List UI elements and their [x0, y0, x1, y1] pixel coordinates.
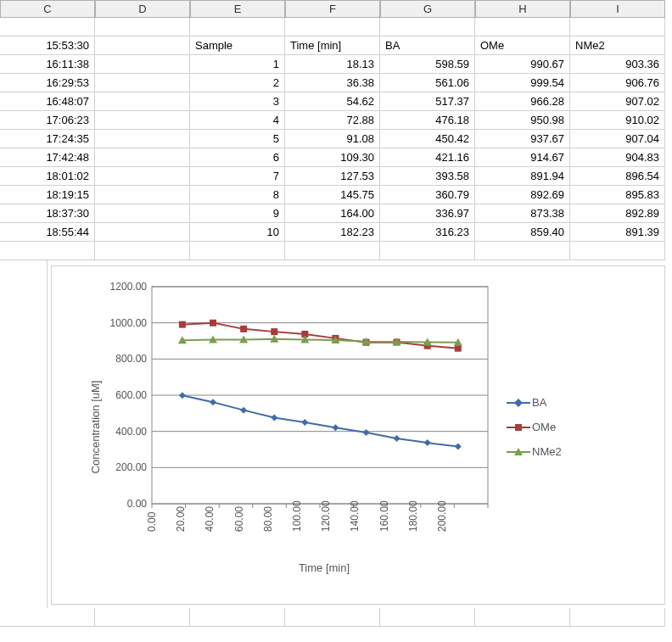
col-header-G[interactable]: G	[380, 0, 475, 18]
cell[interactable]: 16:11:38	[0, 55, 95, 74]
cell[interactable]: 316.23	[380, 223, 475, 242]
cell[interactable]	[95, 18, 190, 36]
cell[interactable]	[95, 36, 190, 55]
cell[interactable]: 360.79	[380, 186, 475, 204]
cell[interactable]: 18:37:30	[0, 204, 95, 223]
cell[interactable]	[0, 18, 95, 36]
cell[interactable]: 17:24:35	[0, 130, 95, 148]
cell[interactable]: 18:19:15	[0, 186, 95, 204]
cell[interactable]: 54.62	[285, 92, 380, 111]
cell[interactable]: 18:55:44	[0, 223, 95, 242]
cell[interactable]	[0, 242, 95, 260]
cell-header-ba[interactable]: BA	[380, 36, 475, 55]
cell[interactable]: 517.37	[380, 92, 475, 111]
chart[interactable]: Concentration [uM] 0.00200.00400.00600.0…	[51, 265, 665, 605]
cell[interactable]: 990.67	[475, 55, 570, 74]
cell[interactable]: 907.04	[570, 130, 665, 148]
cell[interactable]: 164.00	[285, 204, 380, 223]
cell[interactable]: 892.69	[475, 186, 570, 204]
col-header-D[interactable]: D	[95, 0, 190, 18]
cell[interactable]	[190, 242, 285, 260]
cell[interactable]	[95, 242, 190, 260]
cell[interactable]: 561.06	[380, 74, 475, 92]
cell[interactable]: 999.54	[475, 74, 570, 92]
cell[interactable]	[190, 18, 285, 36]
cell[interactable]: 4	[190, 111, 285, 130]
cell[interactable]: 3	[190, 92, 285, 111]
cell[interactable]: 145.75	[285, 186, 380, 204]
cell[interactable]: 892.89	[570, 204, 665, 223]
cell[interactable]	[95, 74, 190, 92]
cell[interactable]	[285, 18, 380, 36]
cell[interactable]: 91.08	[285, 130, 380, 148]
cell[interactable]	[475, 18, 570, 36]
cell-timestamp[interactable]: 15:53:30	[0, 36, 95, 55]
cell[interactable]	[285, 608, 380, 627]
cell[interactable]: 906.76	[570, 74, 665, 92]
col-header-E[interactable]: E	[190, 0, 285, 18]
cell[interactable]	[380, 242, 475, 260]
cell[interactable]	[95, 167, 190, 186]
cell[interactable]: 72.88	[285, 111, 380, 130]
cell[interactable]	[95, 55, 190, 74]
cell[interactable]	[285, 242, 380, 260]
cell[interactable]: 182.23	[285, 223, 380, 242]
cell[interactable]: 896.54	[570, 167, 665, 186]
cell[interactable]: 937.67	[475, 130, 570, 148]
cell[interactable]	[95, 608, 190, 627]
cell[interactable]: 18.13	[285, 55, 380, 74]
cell[interactable]: 393.58	[380, 167, 475, 186]
cell[interactable]: 907.02	[570, 92, 665, 111]
cell[interactable]: 966.28	[475, 92, 570, 111]
cell[interactable]: 914.67	[475, 148, 570, 167]
cell[interactable]: 7	[190, 167, 285, 186]
cell[interactable]: 18:01:02	[0, 167, 95, 186]
spreadsheet-grid[interactable]: C D E F G H I 15:53:30 Sample Time [min]…	[0, 0, 672, 242]
cell[interactable]: 16:29:53	[0, 74, 95, 92]
cell[interactable]: 9	[190, 204, 285, 223]
cell-header-ome[interactable]: OMe	[475, 36, 570, 55]
cell[interactable]	[95, 111, 190, 130]
cell[interactable]: 950.98	[475, 111, 570, 130]
cell[interactable]: 859.40	[475, 223, 570, 242]
cell[interactable]: 336.97	[380, 204, 475, 223]
cell[interactable]	[95, 186, 190, 204]
col-header-F[interactable]: F	[285, 0, 380, 18]
cell[interactable]: 873.38	[475, 204, 570, 223]
cell[interactable]	[570, 608, 665, 627]
cell[interactable]: 10	[190, 223, 285, 242]
col-header-H[interactable]: H	[475, 0, 570, 18]
cell[interactable]	[95, 148, 190, 167]
cell[interactable]: 891.39	[570, 223, 665, 242]
cell[interactable]: 1	[190, 55, 285, 74]
cell-header-time[interactable]: Time [min]	[285, 36, 380, 55]
cell[interactable]	[190, 608, 285, 627]
cell[interactable]	[0, 260, 48, 608]
cell[interactable]: 476.18	[380, 111, 475, 130]
cell[interactable]	[95, 130, 190, 148]
cell[interactable]	[475, 242, 570, 260]
cell[interactable]: 127.53	[285, 167, 380, 186]
cell[interactable]	[475, 608, 570, 627]
cell[interactable]: 910.02	[570, 111, 665, 130]
cell[interactable]: 421.16	[380, 148, 475, 167]
cell[interactable]	[95, 204, 190, 223]
cell[interactable]	[380, 608, 475, 627]
cell[interactable]: 903.36	[570, 55, 665, 74]
col-header-C[interactable]: C	[0, 0, 95, 18]
col-header-I[interactable]: I	[570, 0, 665, 18]
cell[interactable]: 2	[190, 74, 285, 92]
cell[interactable]: 6	[190, 148, 285, 167]
cell[interactable]: 16:48:07	[0, 92, 95, 111]
cell[interactable]	[95, 223, 190, 242]
cell[interactable]: 904.83	[570, 148, 665, 167]
cell[interactable]	[0, 608, 95, 627]
cell[interactable]: 5	[190, 130, 285, 148]
cell[interactable]: 891.94	[475, 167, 570, 186]
cell[interactable]: 450.42	[380, 130, 475, 148]
cell[interactable]	[570, 18, 665, 36]
cell-header-sample[interactable]: Sample	[190, 36, 285, 55]
cell[interactable]: 598.59	[380, 55, 475, 74]
cell[interactable]: 895.83	[570, 186, 665, 204]
cell[interactable]: 17:42:48	[0, 148, 95, 167]
